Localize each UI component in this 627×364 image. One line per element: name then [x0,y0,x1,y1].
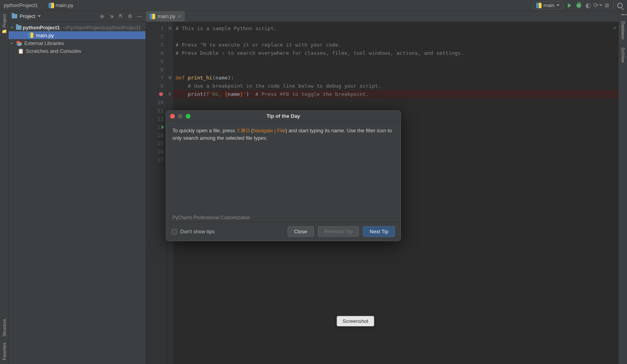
dialog-body: To quickly open a file, press ⇧⌘O (Navig… [166,122,400,212]
run-button[interactable] [566,2,573,9]
structure-tool-button[interactable]: Structure [2,319,7,337]
inspection-ok-icon[interactable]: ✓ [614,24,617,31]
search-everywhere-button[interactable] [617,2,623,9]
fold-marker-icon[interactable]: ⊟ [169,26,172,30]
navigate-file-link[interactable]: Navigate | File [253,128,285,133]
tab-mainpy[interactable]: main.py × [146,11,185,22]
bug-icon [576,3,581,8]
close-window-icon[interactable] [170,114,175,119]
tree-project-root[interactable]: ▾ pythonProject1 ~/PycharmProjects/pytho… [9,23,145,31]
tree-scratches[interactable]: 📋 Scratches and Consoles [9,47,145,55]
database-tool-button[interactable]: Database [621,14,625,40]
tree-external-libraries[interactable]: ▸ 📚 External Libraries [9,39,145,47]
editor-tabs: main.py × [146,11,618,22]
hide-panel-button[interactable]: — [137,14,142,19]
checkbox-icon [172,229,177,234]
run-with-coverage-button[interactable]: ◐ [585,2,591,9]
dialog-titlebar[interactable]: Tip of the Day [166,111,400,122]
dialog-subtitle: PyCharm Professional Customization [166,212,400,222]
project-panel: Project ⊕ ⇲ ⇱ ⚙ — ▾ pythonProject1 ~/Pyc… [9,11,146,364]
database-icon [621,14,625,20]
dialog-footer: Don't show tips Close Previous Tip Next … [166,222,400,241]
close-button[interactable]: Close [288,226,314,237]
sciview-tool-button[interactable]: SciView [621,47,625,63]
library-icon: 📚 [16,40,22,46]
project-tool-button[interactable]: 📁 Project [2,14,7,34]
minimize-window-icon [178,114,183,119]
stop-button[interactable] [604,2,610,9]
play-icon [568,3,571,8]
project-tree[interactable]: ▾ pythonProject1 ~/PycharmProjects/pytho… [9,22,145,56]
more-run-options[interactable]: ⟳ [594,2,601,9]
window-controls [170,114,190,119]
previous-tip-button[interactable]: Previous Tip [318,226,359,237]
tree-project-name: pythonProject1 [23,25,60,31]
expand-all-button[interactable]: ⇲ [109,14,114,19]
tree-file-mainpy[interactable]: main.py [9,31,145,39]
project-panel-title: Project [20,13,35,19]
tree-file-label: main.py [36,32,54,38]
maximize-window-icon[interactable] [186,114,190,119]
tree-external-label: External Libraries [24,40,64,46]
toolbar-right: main ◐ ⟳ [533,1,623,9]
breakpoint-icon[interactable] [159,92,163,96]
line-gutter[interactable]: 1 2 3 4 5 6 7 8 9 10 11 12 13 14 15 16 1… [146,22,168,364]
fold-marker-icon[interactable]: ⊟ [169,76,172,79]
next-tip-button[interactable]: Next Tip [363,226,395,237]
stop-icon [605,4,609,7]
expand-arrow-icon[interactable]: ▸ [11,41,15,45]
right-tool-stripe: Database SciView [618,11,627,364]
tree-scratches-label: Scratches and Consoles [26,48,81,54]
run-config-selector[interactable]: main [533,1,563,9]
breadcrumb-project[interactable]: pythonProject1 [4,2,38,8]
collapse-all-button[interactable]: ⇱ [118,14,123,19]
python-file-icon [49,3,54,8]
expand-arrow-icon[interactable]: ▾ [11,25,15,29]
breadcrumb[interactable]: pythonProject1 〉 main.py [4,2,73,9]
dialog-title: Tip of the Day [266,113,300,119]
dont-show-tips-checkbox[interactable]: Don't show tips [172,229,215,234]
breadcrumb-separator: 〉 [41,2,46,9]
project-panel-header: Project ⊕ ⇲ ⇱ ⚙ — [9,11,145,22]
scratches-icon: 📋 [18,48,24,54]
run-gutter-icon[interactable] [161,125,164,129]
shortcut-text: ⇧⌘O [236,128,250,133]
python-icon [536,3,542,8]
close-tab-button[interactable]: × [178,13,181,20]
python-file-icon [28,32,33,38]
python-file-icon [150,14,155,19]
debug-button[interactable] [576,2,582,9]
project-view-dropdown[interactable] [38,15,41,17]
run-config-name: main [544,2,555,8]
folder-icon [16,25,22,30]
screenshot-tooltip: Screenshot [337,316,374,326]
panel-settings-button[interactable]: ⚙ [127,14,133,19]
breadcrumb-file[interactable]: main.py [56,2,74,8]
separator [613,2,614,9]
navigation-bar: pythonProject1 〉 main.py main ◐ ⟳ [0,0,627,11]
chevron-down-icon [556,4,560,6]
tree-project-path: ~/PycharmProjects/pythonProject1 [63,25,141,31]
search-icon [617,3,623,8]
favorites-tool-button[interactable]: Favorites [2,342,7,360]
select-opened-file-button[interactable]: ⊕ [99,14,105,19]
tab-label: main.py [158,13,176,19]
tip-of-the-day-dialog: Tip of the Day To quickly open a file, p… [166,110,401,241]
fold-end-icon[interactable]: ⊏ [169,92,172,96]
folder-icon [12,14,17,18]
left-tool-stripe: 📁 Project Structure Favorites [0,11,9,364]
